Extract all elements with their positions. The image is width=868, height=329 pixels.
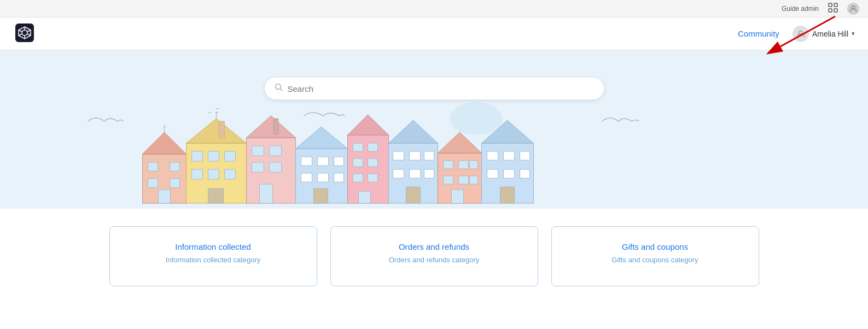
svg-rect-49: [334, 173, 343, 182]
svg-rect-20: [170, 162, 179, 171]
svg-rect-74: [443, 176, 453, 184]
search-container: [265, 78, 604, 99]
header-nav: Community Amelia Hill ▾: [738, 26, 855, 42]
svg-rect-5: [15, 24, 34, 42]
svg-rect-53: [353, 143, 363, 151]
svg-rect-21: [148, 179, 158, 187]
svg-rect-31: [208, 169, 219, 179]
svg-marker-61: [388, 120, 438, 143]
svg-rect-3: [834, 9, 837, 12]
svg-rect-40: [269, 162, 281, 172]
svg-rect-36: [273, 119, 278, 134]
svg-rect-27: [191, 151, 202, 161]
svg-rect-29: [224, 151, 235, 161]
hero-section: [0, 50, 868, 209]
svg-rect-39: [252, 162, 264, 172]
svg-rect-68: [406, 187, 420, 203]
search-box: [265, 78, 604, 99]
card-information[interactable]: Information collected Information collec…: [109, 226, 317, 286]
top-bar: Guide admin: [0, 0, 868, 17]
svg-rect-71: [443, 161, 453, 169]
svg-rect-85: [520, 169, 529, 178]
svg-rect-50: [313, 189, 328, 203]
city-illustration: [0, 89, 868, 209]
svg-point-16: [450, 102, 502, 135]
svg-rect-54: [368, 143, 377, 151]
brand-logo[interactable]: [13, 21, 36, 46]
svg-rect-59: [358, 191, 370, 203]
svg-marker-35: [246, 116, 295, 138]
svg-rect-48: [317, 173, 328, 182]
svg-rect-26: [219, 121, 224, 138]
card-information-title: Information collected: [175, 242, 251, 251]
svg-rect-41: [259, 184, 272, 203]
svg-rect-84: [503, 169, 514, 178]
svg-rect-65: [393, 169, 404, 178]
grid-icon[interactable]: [828, 2, 838, 15]
card-gifts-title: Gifts and coupons: [622, 242, 688, 251]
svg-rect-73: [469, 161, 477, 169]
svg-rect-45: [317, 157, 328, 166]
svg-rect-63: [409, 151, 420, 160]
svg-rect-37: [252, 146, 264, 156]
guide-admin-label: Guide admin: [782, 5, 819, 13]
svg-rect-64: [424, 151, 434, 160]
svg-rect-58: [368, 174, 377, 182]
svg-rect-75: [458, 176, 468, 184]
svg-rect-22: [170, 179, 179, 187]
header: Community Amelia Hill ▾: [0, 17, 868, 50]
svg-rect-67: [424, 169, 434, 178]
svg-rect-77: [451, 190, 463, 203]
svg-rect-86: [500, 187, 514, 203]
svg-rect-72: [458, 161, 468, 169]
svg-rect-56: [368, 158, 377, 167]
card-gifts-subtitle: Gifts and coupons category: [611, 256, 698, 264]
chevron-down-icon: ▾: [852, 30, 855, 37]
card-information-subtitle: Information collected category: [166, 256, 260, 264]
svg-marker-70: [438, 132, 481, 153]
svg-rect-47: [301, 173, 312, 182]
svg-rect-46: [334, 157, 343, 166]
svg-rect-81: [503, 151, 514, 160]
svg-rect-0: [829, 3, 832, 7]
svg-rect-38: [269, 146, 281, 156]
svg-rect-2: [829, 9, 832, 12]
user-menu[interactable]: Amelia Hill ▾: [793, 26, 855, 42]
top-bar-avatar-icon[interactable]: [847, 3, 859, 15]
svg-rect-80: [487, 151, 498, 160]
svg-rect-55: [353, 158, 363, 167]
cards-section: Information collected Information collec…: [0, 209, 868, 304]
svg-marker-18: [142, 132, 186, 154]
svg-marker-25: [186, 119, 246, 143]
card-orders-subtitle: Orders and refunds category: [389, 256, 479, 264]
card-orders-title: Orders and refunds: [399, 242, 469, 251]
svg-rect-66: [409, 169, 420, 178]
svg-rect-57: [353, 174, 363, 182]
svg-rect-76: [469, 176, 477, 184]
svg-rect-23: [158, 190, 170, 203]
svg-line-15: [280, 89, 282, 91]
svg-marker-52: [347, 115, 388, 135]
user-avatar: [793, 26, 809, 42]
svg-rect-32: [224, 169, 235, 179]
svg-rect-19: [148, 162, 158, 171]
community-link[interactable]: Community: [738, 29, 779, 38]
svg-marker-43: [295, 127, 347, 149]
svg-rect-30: [191, 169, 202, 179]
user-name: Amelia Hill: [812, 30, 848, 38]
card-gifts[interactable]: Gifts and coupons Gifts and coupons cate…: [551, 226, 759, 286]
svg-rect-44: [301, 157, 312, 166]
svg-rect-82: [520, 151, 529, 160]
search-icon: [275, 83, 283, 94]
svg-rect-83: [487, 169, 498, 178]
svg-rect-1: [834, 3, 837, 7]
svg-rect-33: [208, 189, 223, 203]
svg-rect-62: [393, 151, 404, 160]
card-orders[interactable]: Orders and refunds Orders and refunds ca…: [330, 226, 538, 286]
search-input[interactable]: [288, 84, 594, 93]
svg-rect-28: [208, 151, 219, 161]
